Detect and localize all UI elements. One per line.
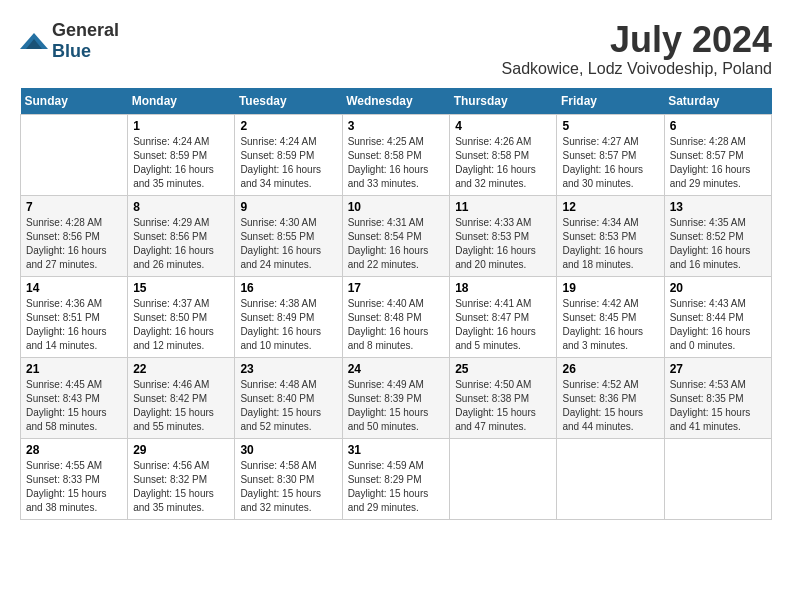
day-cell: 3Sunrise: 4:25 AM Sunset: 8:58 PM Daylig…: [342, 114, 450, 195]
day-info: Sunrise: 4:28 AM Sunset: 8:56 PM Dayligh…: [26, 216, 122, 272]
day-cell: 5Sunrise: 4:27 AM Sunset: 8:57 PM Daylig…: [557, 114, 664, 195]
day-info: Sunrise: 4:56 AM Sunset: 8:32 PM Dayligh…: [133, 459, 229, 515]
day-number: 5: [562, 119, 658, 133]
day-cell: 2Sunrise: 4:24 AM Sunset: 8:59 PM Daylig…: [235, 114, 342, 195]
day-info: Sunrise: 4:41 AM Sunset: 8:47 PM Dayligh…: [455, 297, 551, 353]
day-cell: 1Sunrise: 4:24 AM Sunset: 8:59 PM Daylig…: [128, 114, 235, 195]
day-info: Sunrise: 4:42 AM Sunset: 8:45 PM Dayligh…: [562, 297, 658, 353]
day-info: Sunrise: 4:58 AM Sunset: 8:30 PM Dayligh…: [240, 459, 336, 515]
day-cell: 28Sunrise: 4:55 AM Sunset: 8:33 PM Dayli…: [21, 438, 128, 519]
day-cell: [664, 438, 771, 519]
calendar-table: SundayMondayTuesdayWednesdayThursdayFrid…: [20, 88, 772, 520]
location-subtitle: Sadkowice, Lodz Voivodeship, Poland: [502, 60, 772, 78]
day-number: 8: [133, 200, 229, 214]
month-year-title: July 2024: [502, 20, 772, 60]
day-info: Sunrise: 4:48 AM Sunset: 8:40 PM Dayligh…: [240, 378, 336, 434]
day-cell: 26Sunrise: 4:52 AM Sunset: 8:36 PM Dayli…: [557, 357, 664, 438]
day-cell: [450, 438, 557, 519]
day-info: Sunrise: 4:29 AM Sunset: 8:56 PM Dayligh…: [133, 216, 229, 272]
day-number: 16: [240, 281, 336, 295]
logo-blue: Blue: [52, 41, 91, 61]
col-header-thursday: Thursday: [450, 88, 557, 115]
day-info: Sunrise: 4:50 AM Sunset: 8:38 PM Dayligh…: [455, 378, 551, 434]
day-number: 4: [455, 119, 551, 133]
day-cell: 8Sunrise: 4:29 AM Sunset: 8:56 PM Daylig…: [128, 195, 235, 276]
day-cell: [21, 114, 128, 195]
day-cell: 17Sunrise: 4:40 AM Sunset: 8:48 PM Dayli…: [342, 276, 450, 357]
logo-general: General: [52, 20, 119, 40]
day-number: 26: [562, 362, 658, 376]
day-cell: 24Sunrise: 4:49 AM Sunset: 8:39 PM Dayli…: [342, 357, 450, 438]
day-cell: 21Sunrise: 4:45 AM Sunset: 8:43 PM Dayli…: [21, 357, 128, 438]
col-header-friday: Friday: [557, 88, 664, 115]
day-number: 11: [455, 200, 551, 214]
day-cell: 30Sunrise: 4:58 AM Sunset: 8:30 PM Dayli…: [235, 438, 342, 519]
day-info: Sunrise: 4:33 AM Sunset: 8:53 PM Dayligh…: [455, 216, 551, 272]
header-row: SundayMondayTuesdayWednesdayThursdayFrid…: [21, 88, 772, 115]
day-info: Sunrise: 4:35 AM Sunset: 8:52 PM Dayligh…: [670, 216, 766, 272]
day-info: Sunrise: 4:27 AM Sunset: 8:57 PM Dayligh…: [562, 135, 658, 191]
day-number: 2: [240, 119, 336, 133]
day-info: Sunrise: 4:55 AM Sunset: 8:33 PM Dayligh…: [26, 459, 122, 515]
day-info: Sunrise: 4:25 AM Sunset: 8:58 PM Dayligh…: [348, 135, 445, 191]
col-header-tuesday: Tuesday: [235, 88, 342, 115]
day-cell: [557, 438, 664, 519]
week-row-1: 1Sunrise: 4:24 AM Sunset: 8:59 PM Daylig…: [21, 114, 772, 195]
day-number: 7: [26, 200, 122, 214]
day-number: 14: [26, 281, 122, 295]
day-number: 19: [562, 281, 658, 295]
day-number: 3: [348, 119, 445, 133]
day-info: Sunrise: 4:43 AM Sunset: 8:44 PM Dayligh…: [670, 297, 766, 353]
day-cell: 27Sunrise: 4:53 AM Sunset: 8:35 PM Dayli…: [664, 357, 771, 438]
day-number: 15: [133, 281, 229, 295]
day-info: Sunrise: 4:46 AM Sunset: 8:42 PM Dayligh…: [133, 378, 229, 434]
week-row-4: 21Sunrise: 4:45 AM Sunset: 8:43 PM Dayli…: [21, 357, 772, 438]
day-info: Sunrise: 4:38 AM Sunset: 8:49 PM Dayligh…: [240, 297, 336, 353]
day-cell: 16Sunrise: 4:38 AM Sunset: 8:49 PM Dayli…: [235, 276, 342, 357]
day-cell: 19Sunrise: 4:42 AM Sunset: 8:45 PM Dayli…: [557, 276, 664, 357]
day-number: 9: [240, 200, 336, 214]
day-number: 23: [240, 362, 336, 376]
day-info: Sunrise: 4:31 AM Sunset: 8:54 PM Dayligh…: [348, 216, 445, 272]
logo: General Blue: [20, 20, 119, 62]
day-number: 22: [133, 362, 229, 376]
day-cell: 10Sunrise: 4:31 AM Sunset: 8:54 PM Dayli…: [342, 195, 450, 276]
day-number: 13: [670, 200, 766, 214]
day-cell: 12Sunrise: 4:34 AM Sunset: 8:53 PM Dayli…: [557, 195, 664, 276]
col-header-sunday: Sunday: [21, 88, 128, 115]
day-cell: 9Sunrise: 4:30 AM Sunset: 8:55 PM Daylig…: [235, 195, 342, 276]
day-info: Sunrise: 4:53 AM Sunset: 8:35 PM Dayligh…: [670, 378, 766, 434]
day-number: 6: [670, 119, 766, 133]
day-cell: 15Sunrise: 4:37 AM Sunset: 8:50 PM Dayli…: [128, 276, 235, 357]
day-cell: 11Sunrise: 4:33 AM Sunset: 8:53 PM Dayli…: [450, 195, 557, 276]
day-info: Sunrise: 4:49 AM Sunset: 8:39 PM Dayligh…: [348, 378, 445, 434]
logo-icon: [20, 29, 48, 53]
day-cell: 13Sunrise: 4:35 AM Sunset: 8:52 PM Dayli…: [664, 195, 771, 276]
day-cell: 20Sunrise: 4:43 AM Sunset: 8:44 PM Dayli…: [664, 276, 771, 357]
col-header-monday: Monday: [128, 88, 235, 115]
week-row-2: 7Sunrise: 4:28 AM Sunset: 8:56 PM Daylig…: [21, 195, 772, 276]
day-number: 1: [133, 119, 229, 133]
day-cell: 14Sunrise: 4:36 AM Sunset: 8:51 PM Dayli…: [21, 276, 128, 357]
col-header-wednesday: Wednesday: [342, 88, 450, 115]
day-info: Sunrise: 4:45 AM Sunset: 8:43 PM Dayligh…: [26, 378, 122, 434]
day-info: Sunrise: 4:36 AM Sunset: 8:51 PM Dayligh…: [26, 297, 122, 353]
week-row-3: 14Sunrise: 4:36 AM Sunset: 8:51 PM Dayli…: [21, 276, 772, 357]
page-header: General Blue July 2024 Sadkowice, Lodz V…: [20, 20, 772, 78]
day-number: 18: [455, 281, 551, 295]
day-info: Sunrise: 4:26 AM Sunset: 8:58 PM Dayligh…: [455, 135, 551, 191]
day-number: 24: [348, 362, 445, 376]
day-number: 25: [455, 362, 551, 376]
day-info: Sunrise: 4:40 AM Sunset: 8:48 PM Dayligh…: [348, 297, 445, 353]
day-cell: 4Sunrise: 4:26 AM Sunset: 8:58 PM Daylig…: [450, 114, 557, 195]
day-number: 20: [670, 281, 766, 295]
day-info: Sunrise: 4:24 AM Sunset: 8:59 PM Dayligh…: [240, 135, 336, 191]
day-info: Sunrise: 4:34 AM Sunset: 8:53 PM Dayligh…: [562, 216, 658, 272]
day-number: 28: [26, 443, 122, 457]
week-row-5: 28Sunrise: 4:55 AM Sunset: 8:33 PM Dayli…: [21, 438, 772, 519]
day-cell: 25Sunrise: 4:50 AM Sunset: 8:38 PM Dayli…: [450, 357, 557, 438]
day-cell: 23Sunrise: 4:48 AM Sunset: 8:40 PM Dayli…: [235, 357, 342, 438]
day-number: 10: [348, 200, 445, 214]
day-number: 21: [26, 362, 122, 376]
day-info: Sunrise: 4:37 AM Sunset: 8:50 PM Dayligh…: [133, 297, 229, 353]
